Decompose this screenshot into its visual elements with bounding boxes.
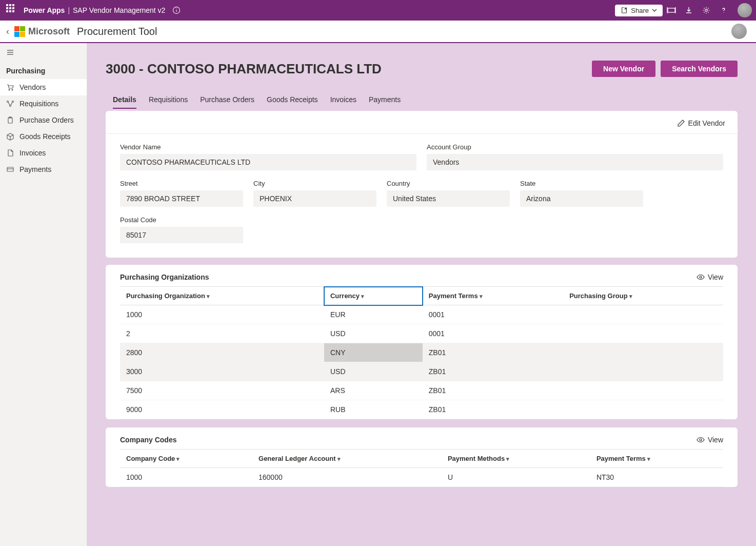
vendor-name-label: Vendor Name <box>120 143 416 151</box>
purchasing-orgs-table: Purchasing Organization▾ Currency▾ Payme… <box>120 286 723 419</box>
table-row[interactable]: 1000EUR0001 <box>120 305 723 324</box>
tab-requisitions[interactable]: Requisitions <box>149 91 188 109</box>
table-cell: ZB01 <box>423 400 563 419</box>
col-purchasing-group[interactable]: Purchasing Group▾ <box>563 287 723 305</box>
svg-point-2 <box>176 8 177 9</box>
waffle-icon[interactable] <box>6 4 18 16</box>
sidebar: Purchasing Vendors Requisitions Purchase… <box>0 43 87 546</box>
table-row[interactable]: 9000RUBZB01 <box>120 400 723 419</box>
clipboard-icon <box>6 116 14 124</box>
col-purchasing-org[interactable]: Purchasing Organization▾ <box>120 287 324 305</box>
table-cell: 9000 <box>120 400 324 419</box>
sidebar-item-requisitions[interactable]: Requisitions <box>0 95 87 112</box>
tab-goods-receipts[interactable]: Goods Receipts <box>267 91 318 109</box>
table-cell: ARS <box>324 381 423 400</box>
help-icon[interactable] <box>715 0 732 21</box>
view-label: View <box>708 273 723 281</box>
svg-point-7 <box>723 12 724 12</box>
table-cell: 1000 <box>120 468 252 487</box>
table-row[interactable]: 2USD0001 <box>120 324 723 343</box>
table-row[interactable]: 2800CNYZB01 <box>120 343 723 362</box>
download-icon[interactable] <box>680 0 698 21</box>
table-row[interactable]: 1000160000UNT30 <box>120 468 723 487</box>
app-title: SAP Vendor Management v2 <box>73 6 165 14</box>
table-cell: USD <box>324 362 423 381</box>
sidebar-item-label: Payments <box>19 165 51 173</box>
back-icon[interactable]: ‹ <box>6 26 9 37</box>
sidebar-item-goods-receipts[interactable]: Goods Receipts <box>0 128 87 145</box>
edit-vendor-button[interactable]: Edit Vendor <box>677 119 725 127</box>
new-vendor-button[interactable]: New Vendor <box>592 61 655 77</box>
table-cell: 2 <box>120 324 324 343</box>
details-card: Edit Vendor Vendor Name CONTOSO PHARMACE… <box>106 111 738 258</box>
sidebar-item-label: Invoices <box>19 149 46 157</box>
top-app-bar: Power Apps | SAP Vendor Management v2 Sh… <box>0 0 756 21</box>
table-cell: 7500 <box>120 381 324 400</box>
col-payment-terms[interactable]: Payment Terms▾ <box>423 287 563 305</box>
table-cell: 1000 <box>120 305 324 324</box>
microsoft-logo-icon <box>14 26 25 37</box>
company-codes-view-button[interactable]: View <box>697 436 723 444</box>
main-content: 3000 - CONTOSO PHARMACEUTICALS LTD New V… <box>87 43 756 546</box>
edit-label: Edit Vendor <box>688 119 725 127</box>
eye-icon <box>697 436 705 444</box>
table-cell <box>563 400 723 419</box>
purchasing-orgs-card: Purchasing Organizations View Purchasing… <box>106 265 738 419</box>
table-cell: ZB01 <box>423 343 563 362</box>
city-label: City <box>253 180 376 187</box>
app-name: Power Apps <box>24 6 65 14</box>
share-button[interactable]: Share <box>615 5 663 16</box>
table-cell: CNY <box>324 343 423 362</box>
tab-payments[interactable]: Payments <box>369 91 401 109</box>
table-cell: RUB <box>324 400 423 419</box>
sidebar-item-label: Requisitions <box>19 100 58 108</box>
tab-details[interactable]: Details <box>113 91 136 109</box>
svg-point-12 <box>12 89 13 90</box>
tool-title: Procurement Tool <box>77 26 157 37</box>
company-codes-card: Company Codes View Company Code▾ General… <box>106 427 738 487</box>
sidebar-item-label: Vendors <box>19 83 46 91</box>
box-icon <box>6 132 14 141</box>
sidebar-item-payments[interactable]: Payments <box>0 161 87 178</box>
svg-rect-18 <box>7 167 13 171</box>
document-icon <box>6 149 14 157</box>
col-payment-methods[interactable]: Payment Methods▾ <box>442 450 590 468</box>
page-title: 3000 - CONTOSO PHARMACEUTICALS LTD <box>106 61 382 77</box>
state-value: Arizona <box>520 190 643 207</box>
city-value: PHOENIX <box>253 190 376 207</box>
sidebar-item-purchase-orders[interactable]: Purchase Orders <box>0 112 87 128</box>
fit-icon[interactable] <box>663 0 680 21</box>
tab-bar: Details Requisitions Purchase Orders Goo… <box>106 91 738 109</box>
table-cell <box>563 305 723 324</box>
sidebar-item-vendors[interactable]: Vendors <box>0 79 87 95</box>
account-group-value: Vendors <box>427 154 723 170</box>
user-avatar[interactable] <box>738 3 752 17</box>
tab-invoices[interactable]: Invoices <box>330 91 356 109</box>
search-vendors-button[interactable]: Search Vendors <box>661 61 738 77</box>
col-payment-terms[interactable]: Payment Terms▾ <box>590 450 723 468</box>
hamburger-icon[interactable] <box>0 43 21 62</box>
table-cell <box>563 324 723 343</box>
col-currency[interactable]: Currency▾ <box>324 287 423 305</box>
company-codes-table: Company Code▾ General Ledger Account▾ Pa… <box>120 449 723 487</box>
pencil-icon <box>677 119 685 127</box>
tab-purchase-orders[interactable]: Purchase Orders <box>200 91 254 109</box>
sidebar-item-invoices[interactable]: Invoices <box>0 145 87 161</box>
postal-value: 85017 <box>120 227 243 243</box>
sidebar-item-label: Goods Receipts <box>19 132 71 141</box>
col-company-code[interactable]: Company Code▾ <box>120 450 252 468</box>
country-value: United States <box>387 190 510 207</box>
settings-icon[interactable] <box>698 0 715 21</box>
table-cell: 2800 <box>120 343 324 362</box>
country-label: Country <box>387 180 510 187</box>
info-icon[interactable] <box>172 6 181 14</box>
col-gl-account[interactable]: General Ledger Account▾ <box>252 450 442 468</box>
purchasing-orgs-view-button[interactable]: View <box>697 273 723 281</box>
table-cell: 0001 <box>423 305 563 324</box>
table-cell: ZB01 <box>423 362 563 381</box>
account-group-label: Account Group <box>427 143 723 151</box>
table-row[interactable]: 3000USDZB01 <box>120 362 723 381</box>
tool-user-avatar[interactable] <box>731 24 747 39</box>
table-cell <box>563 381 723 400</box>
table-row[interactable]: 7500ARSZB01 <box>120 381 723 400</box>
